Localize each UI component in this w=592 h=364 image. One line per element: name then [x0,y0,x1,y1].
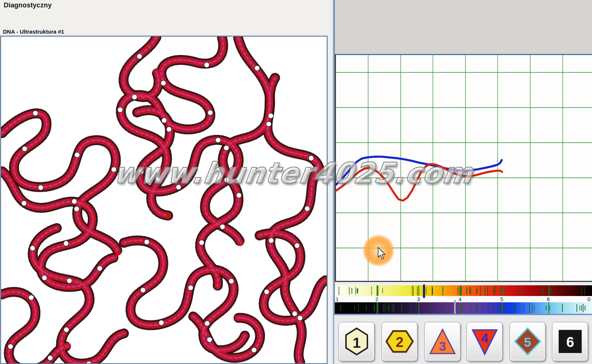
scale-label: 4 [459,296,462,302]
shape-button-label: 1 [353,334,361,351]
scale-tick [549,287,550,295]
dna-marker-dot [199,240,204,245]
scale-tick [482,306,482,310]
shape-button-5[interactable]: 5 [509,322,545,361]
dna-marker-dot [144,239,149,245]
scale-tick [532,303,533,313]
dna-marker-dot [8,344,13,349]
scale-tick [485,286,485,296]
shape-button-label: 5 [524,335,531,349]
left-header: Diagnostyczny DNA - Ultrastruktura #1 [0,0,329,36]
scale-tick [432,286,433,296]
diagnostic-app-window: Diagnostyczny DNA - Ultrastruktura #1 [0,0,592,364]
dna-marker-dot [266,122,271,127]
scale-tick [431,304,431,312]
shape-button-6[interactable]: 6 [552,322,588,361]
scale-tick [443,286,443,295]
scale-tick [371,286,372,295]
scale-tick-major [377,302,378,314]
shape-button-1[interactable]: 1 [339,322,374,361]
dna-marker-dot [305,206,310,211]
dna-marker-dot [97,266,102,271]
shape-button-4[interactable]: 4 [467,322,502,361]
scale-tick [562,304,563,312]
dna-marker-dot [229,279,234,284]
dna-marker-dot [155,177,161,182]
scale-tick [470,304,471,312]
dna-marker-dot [309,156,314,161]
scale-tick [378,286,379,296]
scale-tick [487,286,488,296]
scale-tick [413,286,414,296]
scale-tick-major [418,302,420,314]
dna-marker-dot [21,201,27,206]
scale-tick [514,304,515,312]
image-title: DNA - Ultrastruktura #1 [3,28,64,35]
scale-tick [488,305,489,312]
scale-tick [505,288,506,295]
scale-tick [583,304,583,312]
spectrum-marker-bottom [454,300,456,314]
shape-button-label: 4 [481,331,488,345]
signal-chart [335,55,592,282]
dna-marker-dot [251,347,256,353]
dna-marker-dot [140,288,145,293]
scale-tick-major [460,285,461,296]
scale-label: 3 [417,296,420,302]
scale-tick [581,305,582,311]
shape-button-2[interactable]: 2 [381,322,417,361]
scale-tick [549,305,550,311]
scale-label: 1 [336,296,339,302]
dna-marker-dot [74,206,79,211]
scale-tick [383,304,384,312]
dna-marker-dot [208,110,213,115]
scale-tick [584,287,585,295]
scale-tick [441,305,442,311]
dna-marker-dot [223,145,229,150]
scale-tick [469,287,470,295]
scale-tick [495,286,496,296]
dna-marker-dot [268,113,273,118]
dna-marker-dot [207,337,212,342]
scale-tick [393,304,394,312]
dna-marker-dot [111,167,117,172]
dna-marker-dot [269,238,274,243]
scale-label: 5 [500,296,503,302]
dna-marker-dot [166,127,172,132]
spectrum-marker-top [423,285,425,298]
scale-tick-major [502,302,503,314]
scale-tick [480,286,481,296]
dna-image-panel[interactable] [0,36,327,364]
scale-tick [340,305,341,311]
scale-tick [493,303,494,313]
scale-tick [349,287,350,295]
dna-marker-dot [264,289,269,294]
dna-marker-dot [132,94,137,99]
scale-tick-major [548,302,549,314]
scale-tick [579,306,580,311]
dna-marker-dot [47,355,53,360]
scale-tick-major [548,285,549,296]
shape-button-label: 3 [439,339,446,353]
dna-marker-dot [33,110,38,116]
scale-tick [358,304,359,312]
scale-tick [466,287,467,295]
dna-marker-dot [42,275,47,280]
dna-marker-dot [161,81,166,86]
dna-marker-dot [22,146,27,151]
scale-tick [401,304,402,312]
scale-tick [426,287,427,295]
scale-tick [546,306,546,310]
scale-tick [504,305,504,311]
dna-marker-dot [176,184,181,190]
scale-tick [354,306,355,311]
scale-tick [366,306,367,310]
dna-marker-dot [139,169,144,174]
scale-tick [529,303,530,313]
scale-tick [542,288,543,294]
scale-tick [470,288,471,293]
page-title: Diagnostyczny [4,1,52,9]
scale-tick [523,305,524,312]
shape-button-3[interactable]: 3 [424,322,460,361]
dna-marker-dot [255,65,260,71]
